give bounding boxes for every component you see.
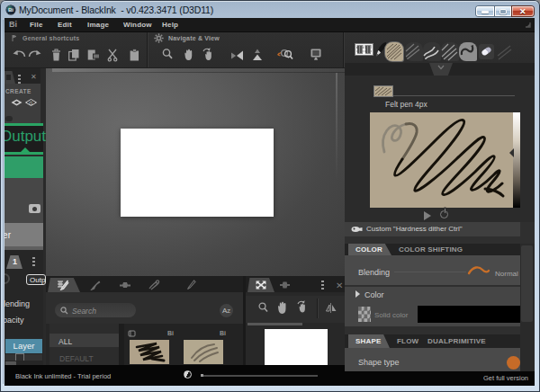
svg-text:G: G — [29, 101, 32, 106]
